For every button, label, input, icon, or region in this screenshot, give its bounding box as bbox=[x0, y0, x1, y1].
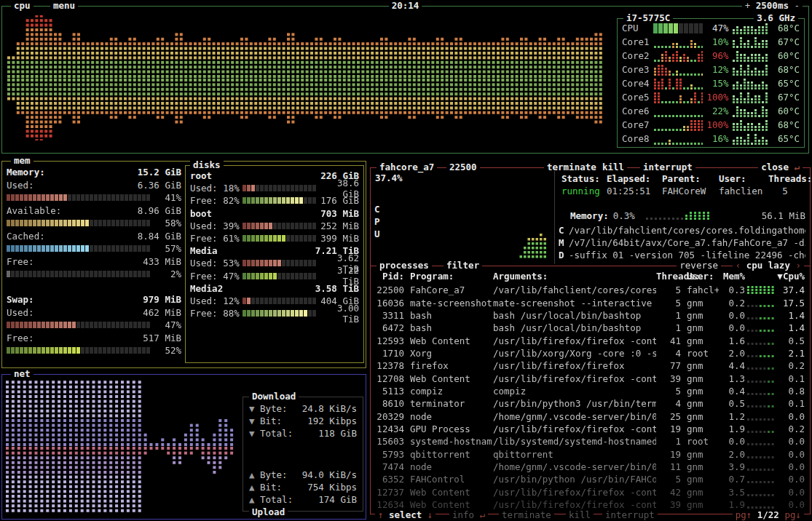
proc-args: /usr/lib/firefox/firefox -contentpr bbox=[493, 423, 656, 434]
proc-cpu-mini-graph bbox=[746, 374, 776, 383]
download-stat-value: 192 Kibps bbox=[298, 415, 357, 426]
mem-free-meter bbox=[7, 270, 151, 278]
col-threads[interactable]: Threads: bbox=[656, 271, 681, 282]
down-arrow-icon: ▼ bbox=[249, 415, 260, 426]
col-arguments: Arguments: bbox=[493, 271, 656, 282]
disk-name: Media bbox=[190, 245, 218, 256]
proc-row[interactable]: 7474node/home/gnm/.vscode-server/bin/0ba… bbox=[374, 461, 807, 473]
cpu-box-title: cpu bbox=[11, 0, 33, 11]
proc-user: gnm bbox=[687, 373, 719, 384]
proc-cpu-percent: 0.8 bbox=[777, 386, 805, 397]
down-arrow-icon: ▼ bbox=[249, 403, 260, 414]
proc-cpu-percent: 0.0 bbox=[777, 461, 805, 472]
proc-mem-percent: 0.0 bbox=[719, 322, 745, 333]
info-button[interactable]: info ↵ bbox=[449, 509, 488, 520]
proc-row[interactable]: 6352FAHControl/usr/bin/python /usr/bin/F… bbox=[374, 473, 807, 485]
interval-increase-button[interactable]: + bbox=[745, 0, 751, 11]
footer-interrupt-button[interactable]: interrupt bbox=[602, 509, 658, 520]
proc-pid: 12634 bbox=[374, 499, 404, 510]
enter-icon: ↵ bbox=[480, 509, 486, 520]
detail-field-label: Parent: bbox=[659, 173, 716, 184]
proc-row[interactable]: 3311bashbash /usr/local/bin/bashtop1gnm0… bbox=[374, 309, 807, 322]
reverse-button[interactable]: reverse bbox=[677, 260, 721, 271]
proc-user: root bbox=[687, 436, 719, 447]
proc-args: /home/gnm/.vscode-server/bin/0ba0ca bbox=[493, 411, 656, 422]
proc-threads: 19 bbox=[656, 423, 681, 434]
proc-row[interactable]: 12434GPU Process/usr/lib/firefox/firefox… bbox=[374, 423, 807, 435]
cpu-usage-graph bbox=[7, 15, 610, 140]
core-temp-graph bbox=[732, 36, 770, 48]
proc-threads: 11 bbox=[656, 461, 681, 472]
proc-program: systemd-hostnam bbox=[410, 436, 493, 447]
select-control[interactable]: ↑ select ↓ bbox=[375, 509, 435, 520]
proc-row[interactable]: 5793qbittorrentqbittorrent19gnm2.00.0 bbox=[374, 448, 807, 460]
net-upload-title[interactable]: Upload bbox=[249, 506, 288, 517]
proc-row[interactable]: 6472bashbash /usr/local/bin/bashtop1gnm0… bbox=[374, 322, 807, 334]
proc-user: gnm bbox=[687, 411, 719, 422]
core-usage-percent: 12% bbox=[703, 64, 729, 75]
proc-column-header: Pid: Program: Arguments: Threads: User: … bbox=[374, 270, 807, 282]
detail-field-value: 01:25:51 bbox=[604, 186, 659, 196]
proc-threads: 5 bbox=[656, 285, 681, 295]
proc-row[interactable]: 12708Web Content/usr/lib/firefox/firefox… bbox=[374, 372, 807, 384]
col-pid[interactable]: Pid: bbox=[374, 271, 404, 282]
detail-field-label: Status: bbox=[559, 173, 604, 184]
proc-row[interactable]: 20329node/home/gnm/.vscode-server/bin/0b… bbox=[374, 410, 807, 422]
proc-cpu-percent: 0.0 bbox=[777, 474, 805, 485]
footer-kill-button[interactable]: kill bbox=[566, 509, 594, 520]
sort-selector[interactable]: ‹ cpu lazy › bbox=[733, 260, 804, 271]
proc-cpu-mini-graph bbox=[746, 500, 776, 509]
net-download-title[interactable]: Download bbox=[249, 391, 299, 402]
proc-mem-percent: 0.3 bbox=[719, 285, 745, 295]
proc-cpu-percent: 17.5 bbox=[777, 298, 805, 309]
disk-name-row: Media23.58 TiB bbox=[190, 282, 359, 295]
interval-decrease-button[interactable]: - bbox=[794, 0, 800, 11]
core-usage-graph bbox=[653, 78, 703, 90]
sort-next-icon[interactable]: › bbox=[795, 260, 801, 271]
proc-threads: 4 bbox=[656, 348, 681, 359]
proc-row[interactable]: 12737Web Content/usr/lib/firefox/firefox… bbox=[374, 486, 807, 498]
proc-pid: 6352 bbox=[374, 474, 404, 485]
core-usage-percent: 96% bbox=[703, 50, 729, 61]
disk-free-meter bbox=[243, 309, 317, 317]
proc-row[interactable]: 16036mate-screenshotmate-screenshot --in… bbox=[374, 296, 807, 309]
disk-size: 703 MiB bbox=[212, 208, 359, 219]
arrow-up-icon[interactable]: ↑ bbox=[378, 509, 384, 520]
page-up-button[interactable]: pg↑ bbox=[736, 509, 752, 520]
tab-filter[interactable]: filter bbox=[444, 260, 482, 271]
proc-mem-percent: 3.5 bbox=[719, 487, 745, 498]
download-stat-label: Total: bbox=[260, 428, 298, 439]
sort-prev-icon[interactable]: ‹ bbox=[736, 260, 741, 271]
disk-free-value: 176 GiB bbox=[317, 195, 359, 206]
detail-field-value: FAHCoreW bbox=[659, 186, 716, 196]
proc-row[interactable]: 15603systemd-hostnam/lib/systemd/systemd… bbox=[374, 435, 807, 448]
col-cpu[interactable]: ▼Cpu% bbox=[777, 271, 805, 282]
core-label: Core2 bbox=[622, 50, 653, 61]
mem-free-label: Free: bbox=[7, 256, 34, 267]
proc-threads: 5 bbox=[656, 298, 681, 309]
proc-row[interactable]: 22500FahCore_a7/var/lib/fahclient/cores/… bbox=[374, 284, 807, 296]
footer-terminate-button[interactable]: terminate bbox=[499, 509, 554, 520]
detail-cpu-axis-label: CPU bbox=[374, 203, 380, 240]
arrow-down-icon[interactable]: ↓ bbox=[427, 509, 433, 520]
page-down-button[interactable]: pg↓ bbox=[784, 509, 801, 520]
proc-pid: 6472 bbox=[374, 322, 404, 333]
core-usage-percent: 47% bbox=[703, 23, 729, 33]
col-user[interactable]: User: bbox=[687, 271, 719, 282]
detail-cpu-graph bbox=[499, 216, 547, 258]
menu-button[interactable]: menu bbox=[50, 0, 78, 11]
tab-processes[interactable]: processes bbox=[377, 260, 432, 271]
proc-row[interactable]: 8610terminator/usr/bin/python3 /usr/bin/… bbox=[374, 397, 807, 410]
detail-memory-pct: 0.3% bbox=[613, 210, 635, 221]
proc-row[interactable]: 1710Xorg/usr/lib/xorg/Xorg -core :0 -sea… bbox=[374, 347, 807, 359]
proc-row[interactable]: 12593Web Content/usr/lib/firefox/firefox… bbox=[374, 334, 807, 346]
core-label: Core3 bbox=[622, 64, 653, 75]
mem-stats: Memory:15.2 GiB Used:6.36 GiB 41% Availa… bbox=[7, 166, 181, 357]
col-program[interactable]: Program: bbox=[410, 271, 493, 282]
core-temp-graph bbox=[732, 23, 770, 34]
proc-row[interactable]: 12378firefox/usr/lib/firefox/firefox77gn… bbox=[374, 359, 807, 372]
proc-user: gnm bbox=[687, 386, 719, 397]
col-mem[interactable]: Mem% bbox=[719, 271, 745, 282]
proc-row[interactable]: 5113compizcompiz5gnm0.40.8 bbox=[374, 385, 807, 397]
disk-free-label: Free: 88% bbox=[190, 308, 243, 319]
